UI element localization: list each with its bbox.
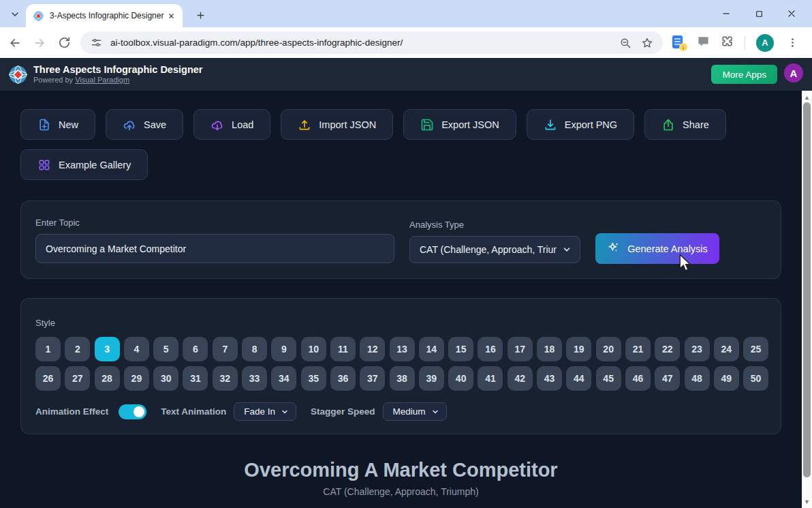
style-option-34[interactable]: 34 [271,366,296,391]
style-option-48[interactable]: 48 [685,366,710,391]
bookmark-star-icon[interactable] [640,35,655,50]
style-option-45[interactable]: 45 [596,366,621,391]
style-panel: Style 1234567891011121314151617181920212… [20,298,781,434]
style-option-30[interactable]: 30 [153,366,178,391]
analysis-type-select[interactable]: CAT (Challenge, Approach, Triump [409,236,580,263]
close-button[interactable] [785,7,798,20]
minimize-button[interactable] [719,7,733,20]
reader-extension-icon[interactable]: ↓ [672,35,686,50]
style-option-7[interactable]: 7 [213,337,238,361]
style-option-24[interactable]: 24 [714,337,739,361]
comment-extension-icon[interactable] [697,35,710,50]
new-tab-button[interactable] [191,6,209,24]
tab-close-icon[interactable] [165,10,177,22]
grid-icon [37,158,51,172]
style-option-40[interactable]: 40 [448,366,473,391]
stagger-speed-select[interactable]: Medium [383,402,447,421]
tab-search-button[interactable] [5,5,25,23]
browser-menu-icon[interactable] [785,35,800,50]
style-option-47[interactable]: 47 [655,366,680,391]
style-option-35[interactable]: 35 [301,366,326,391]
chevron-down-icon [281,408,289,416]
site-settings-icon[interactable] [89,35,104,50]
new-button[interactable]: New [20,109,95,140]
style-option-36[interactable]: 36 [330,366,356,391]
visual-paradigm-link[interactable]: Visual Paradigm [75,76,129,84]
style-option-22[interactable]: 22 [655,337,680,361]
extensions-puzzle-icon[interactable] [721,35,734,50]
page-content: NewSaveLoadImport JSONExport JSONExport … [0,91,802,508]
style-option-29[interactable]: 29 [124,366,149,391]
topic-input[interactable]: Overcoming a Market Competitor [35,234,394,263]
style-option-19[interactable]: 19 [566,337,591,361]
scroll-up-icon[interactable]: ▲ [802,92,812,102]
style-option-42[interactable]: 42 [507,366,533,391]
save-button[interactable]: Save [106,109,183,140]
browser-tab[interactable]: 3-Aspects Infographic Designer [26,4,183,27]
load-button[interactable]: Load [193,109,270,140]
style-option-46[interactable]: 46 [625,366,651,391]
browser-profile-avatar[interactable]: A [756,34,774,52]
scrollbar-thumb[interactable] [803,102,811,477]
style-option-18[interactable]: 18 [537,337,562,361]
style-option-11[interactable]: 11 [330,337,356,361]
address-bar[interactable]: ai-toolbox.visual-paradigm.com/app/three… [80,31,663,54]
style-option-8[interactable]: 8 [242,337,267,361]
style-option-16[interactable]: 16 [478,337,503,361]
style-option-5[interactable]: 5 [153,337,178,361]
style-option-43[interactable]: 43 [537,366,562,391]
style-option-28[interactable]: 28 [95,366,120,391]
style-option-10[interactable]: 10 [301,337,326,361]
style-option-26[interactable]: 26 [35,366,61,391]
zoom-out-icon[interactable] [618,35,633,50]
action-toolbar: NewSaveLoadImport JSONExport JSONExport … [20,109,781,180]
style-option-33[interactable]: 33 [242,366,267,391]
export-png-button[interactable]: Export PNG [527,109,634,140]
style-option-25[interactable]: 25 [743,337,768,361]
style-option-32[interactable]: 32 [213,366,238,391]
import-json-button[interactable]: Import JSON [281,109,393,140]
powered-by: Powered by Visual Paradigm [33,76,202,85]
text-animation-select[interactable]: Fade In [234,402,296,421]
generate-analysis-button[interactable]: Generate Analysis [595,233,719,264]
style-option-23[interactable]: 23 [685,337,710,361]
style-option-4[interactable]: 4 [124,337,149,361]
maximize-button[interactable] [752,7,766,20]
style-option-31[interactable]: 31 [183,366,208,391]
style-option-14[interactable]: 14 [419,337,444,361]
animation-effect-label: Animation Effect [35,406,108,417]
style-option-27[interactable]: 27 [65,366,90,391]
animation-effect-toggle[interactable] [119,404,146,419]
style-option-37[interactable]: 37 [360,366,385,391]
share-button[interactable]: Share [644,109,726,140]
style-option-15[interactable]: 15 [448,337,473,361]
style-option-44[interactable]: 44 [566,366,591,391]
style-option-21[interactable]: 21 [625,337,651,361]
browser-navbar: ai-toolbox.visual-paradigm.com/app/three… [0,27,812,58]
style-option-20[interactable]: 20 [596,337,621,361]
style-option-12[interactable]: 12 [360,337,385,361]
forward-icon[interactable] [30,33,49,53]
style-option-38[interactable]: 38 [390,366,415,391]
url-text[interactable]: ai-toolbox.visual-paradigm.com/app/three… [110,38,611,48]
style-option-17[interactable]: 17 [507,337,533,361]
style-option-50[interactable]: 50 [743,366,768,391]
style-option-41[interactable]: 41 [478,366,503,391]
export-json-button[interactable]: Export JSON [403,109,516,140]
reload-icon[interactable] [54,33,74,53]
style-option-1[interactable]: 1 [35,337,61,361]
back-icon[interactable] [5,33,25,53]
preview-title: Overcoming A Market Competitor [0,459,802,481]
style-option-13[interactable]: 13 [390,337,415,361]
example-gallery-button[interactable]: Example Gallery [20,149,148,180]
style-option-3[interactable]: 3 [95,337,120,361]
more-apps-button[interactable]: More Apps [711,65,777,84]
scroll-down-icon[interactable]: ▼ [802,496,812,507]
style-option-39[interactable]: 39 [419,366,444,391]
page-scrollbar[interactable]: ▲ ▼ [802,91,812,508]
style-option-2[interactable]: 2 [65,337,90,361]
style-option-49[interactable]: 49 [714,366,739,391]
style-option-6[interactable]: 6 [183,337,208,361]
style-option-9[interactable]: 9 [271,337,296,361]
app-user-avatar[interactable]: A [784,63,803,83]
